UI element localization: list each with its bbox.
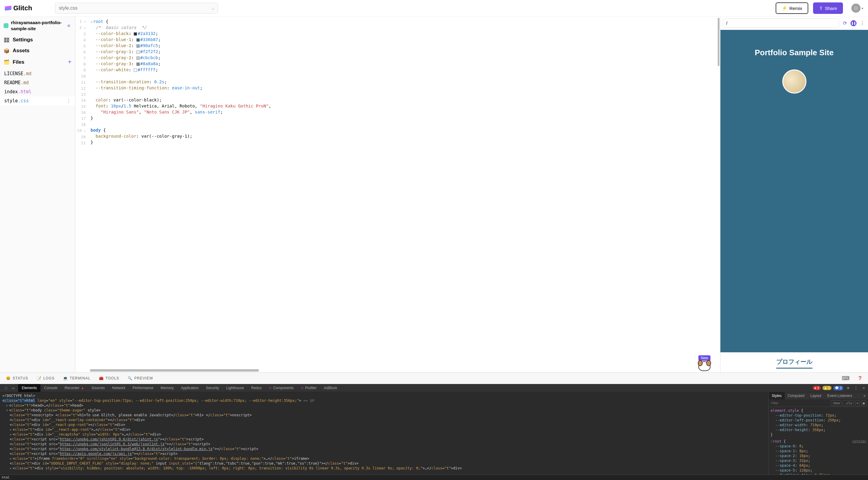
code-editor[interactable]: 1 ▾2 ▾345678910111213141516171819 ▾2021 … bbox=[75, 17, 720, 372]
preview-icon: 🔍 bbox=[128, 376, 132, 380]
devtools-tab[interactable]: Application bbox=[177, 384, 202, 392]
footer-tools[interactable]: 🧰TOOLS bbox=[99, 376, 119, 380]
error-badge[interactable]: ● 3 bbox=[813, 386, 820, 390]
preview-tab-profile[interactable]: プロフィール bbox=[776, 358, 812, 369]
footer-help[interactable]: ? bbox=[858, 375, 862, 382]
devtools-tab[interactable]: Performance bbox=[129, 384, 157, 392]
file-item[interactable]: README.md bbox=[0, 78, 75, 87]
footer-terminal[interactable]: 💻TERMINAL bbox=[63, 376, 91, 380]
search-icon[interactable]: ⌕ bbox=[212, 6, 214, 10]
glitch-logo[interactable]: Glitch bbox=[5, 4, 32, 12]
status-icon: 😃 bbox=[6, 376, 11, 380]
devtools-tab[interactable]: Console bbox=[40, 384, 61, 392]
top-bar: Glitch ⌕ ⚡ Remix ⇪ Share ▾ bbox=[0, 0, 868, 17]
devtools-tab[interactable]: Network bbox=[108, 384, 129, 392]
share-icon: ⇪ bbox=[819, 5, 823, 11]
sidebar-settings[interactable]: 🎛️ Settings bbox=[0, 34, 75, 45]
keyboard-icon: ⌨ bbox=[842, 375, 850, 382]
share-button[interactable]: ⇪ Share bbox=[813, 2, 843, 14]
hov-toggle[interactable]: :hov bbox=[831, 400, 842, 406]
sidebar: rhirayamaaan-portfolio-sample-site « 🎛️ … bbox=[0, 17, 75, 372]
editor-vscroll[interactable] bbox=[717, 17, 720, 372]
file-item[interactable]: index.html bbox=[0, 87, 75, 96]
pause-icon[interactable]: ❚❚ bbox=[850, 20, 857, 26]
styles-subtab[interactable]: Event Listeners bbox=[824, 392, 855, 399]
styles-subtab[interactable]: Computed bbox=[785, 392, 807, 399]
footer-logs[interactable]: 📝LOGS bbox=[37, 376, 55, 380]
devtools-tab[interactable]: Lighthouse bbox=[222, 384, 247, 392]
remix-button[interactable]: ⚡ Remix bbox=[776, 2, 808, 14]
info-badge[interactable]: 💬 2 bbox=[833, 386, 843, 390]
boxmodel-icon[interactable]: ▣ bbox=[861, 400, 866, 406]
devtools-tab[interactable]: AdBlock bbox=[320, 384, 341, 392]
devtools-tab[interactable]: Redux bbox=[247, 384, 265, 392]
devtools: ⬚ ▭ ElementsConsoleRecorder ▲SourcesNetw… bbox=[0, 384, 868, 480]
devtools-tabs: ⬚ ▭ ElementsConsoleRecorder ▲SourcesNetw… bbox=[0, 384, 868, 392]
devtools-tab[interactable]: ⚛ Components bbox=[265, 384, 297, 392]
preview-menu-icon[interactable]: ⋮ bbox=[859, 20, 866, 27]
dom-tree[interactable]: <!DOCTYPE html><class="t">html lang="en"… bbox=[0, 392, 768, 475]
sidebar-files[interactable]: 🗂️ Files + bbox=[0, 56, 75, 68]
brand-name: Glitch bbox=[13, 4, 32, 12]
device-icon[interactable]: ▭ bbox=[10, 385, 16, 391]
devtools-more-icon[interactable]: ⋮ bbox=[853, 385, 859, 391]
settings-icon: 🎛️ bbox=[4, 37, 10, 43]
project-header[interactable]: rhirayamaaan-portfolio-sample-site « bbox=[0, 17, 75, 34]
styles-rules[interactable]: element.style {--editor-top-position: 72… bbox=[769, 407, 868, 475]
preview-page-title: Portfolio Sample Site bbox=[755, 48, 834, 57]
terminal-icon: 💻 bbox=[63, 376, 68, 380]
preview-pane: ⟳ ❚❚ ⋮ Portfolio Sample Site プロフィール bbox=[720, 17, 868, 372]
mascot-icon bbox=[699, 361, 710, 371]
file-menu-icon[interactable]: ⋮ bbox=[66, 98, 71, 103]
tools-icon: 🧰 bbox=[99, 376, 104, 380]
code-content[interactable]: :root { /* basic colors */ --color-black… bbox=[88, 17, 720, 372]
devtools-tab[interactable]: ⚛ Profiler bbox=[297, 384, 320, 392]
add-file-button[interactable]: + bbox=[68, 59, 71, 65]
devtools-close-icon[interactable]: ✕ bbox=[861, 385, 867, 391]
devtools-tab[interactable]: Security bbox=[202, 384, 222, 392]
styles-subtab[interactable]: Layout bbox=[807, 392, 824, 399]
preview-tabs: プロフィール bbox=[720, 352, 868, 372]
search-wrap: ⌕ bbox=[55, 3, 218, 13]
styles-more-icon[interactable]: » bbox=[861, 392, 868, 399]
refresh-icon[interactable]: ⟳ bbox=[841, 20, 848, 27]
preview-toolbar: ⟳ ❚❚ ⋮ bbox=[720, 17, 868, 30]
styles-filter-input[interactable] bbox=[771, 400, 829, 406]
devtools-tab[interactable]: Memory bbox=[157, 384, 177, 392]
editor-footer: 😃STATUS 📝LOGS 💻TERMINAL 🧰TOOLS 🔍PREVIEW … bbox=[0, 372, 868, 384]
footer-preview[interactable]: 🔍PREVIEW bbox=[128, 376, 153, 380]
sidebar-assets[interactable]: 📦 Assets bbox=[0, 45, 75, 56]
files-icon: 🗂️ bbox=[4, 59, 10, 65]
inspect-icon[interactable]: ⬚ bbox=[3, 385, 9, 391]
devtools-settings-icon[interactable]: ⚙ bbox=[845, 385, 851, 391]
styles-subtab[interactable]: Styles bbox=[769, 392, 785, 399]
add-rule-button[interactable]: + bbox=[855, 400, 860, 406]
footer-keyboard[interactable]: ⌨ bbox=[842, 375, 850, 382]
mascot[interactable]: New bbox=[696, 355, 713, 371]
warning-badge[interactable]: ▲ 1 bbox=[823, 386, 832, 390]
styles-panel: StylesComputedLayoutEvent Listeners» :ho… bbox=[768, 392, 868, 475]
preview-viewport: Portfolio Sample Site プロフィール bbox=[720, 30, 868, 372]
file-list: LICENSE.mdREADME.mdindex.htmlstyle.css⋮ bbox=[0, 68, 75, 107]
glitch-logo-icon bbox=[5, 5, 11, 10]
remix-icon: ⚡ bbox=[782, 5, 787, 11]
dom-breadcrumb[interactable]: html bbox=[0, 475, 868, 480]
file-item[interactable]: style.css⋮ bbox=[0, 96, 75, 106]
devtools-tab[interactable]: Sources bbox=[88, 384, 108, 392]
devtools-tab[interactable]: Recorder ▲ bbox=[61, 384, 88, 392]
styles-tabs: StylesComputedLayoutEvent Listeners» bbox=[769, 392, 868, 399]
footer-status[interactable]: 😃STATUS bbox=[6, 376, 28, 380]
editor-hscroll[interactable] bbox=[90, 369, 259, 371]
preview-url-input[interactable] bbox=[723, 19, 839, 28]
account-menu[interactable]: ▾ bbox=[851, 4, 863, 13]
assets-icon: 📦 bbox=[4, 48, 10, 54]
line-gutter: 1 ▾2 ▾345678910111213141516171819 ▾2021 bbox=[75, 17, 88, 372]
cls-toggle[interactable]: .cls bbox=[843, 400, 854, 406]
collapse-sidebar-button[interactable]: « bbox=[66, 22, 71, 29]
project-icon bbox=[4, 23, 8, 28]
preview-avatar bbox=[782, 69, 806, 94]
file-item[interactable]: LICENSE.md bbox=[0, 69, 75, 78]
devtools-tab[interactable]: Elements bbox=[18, 384, 40, 392]
logs-icon: 📝 bbox=[37, 376, 42, 380]
search-input[interactable] bbox=[55, 3, 218, 13]
